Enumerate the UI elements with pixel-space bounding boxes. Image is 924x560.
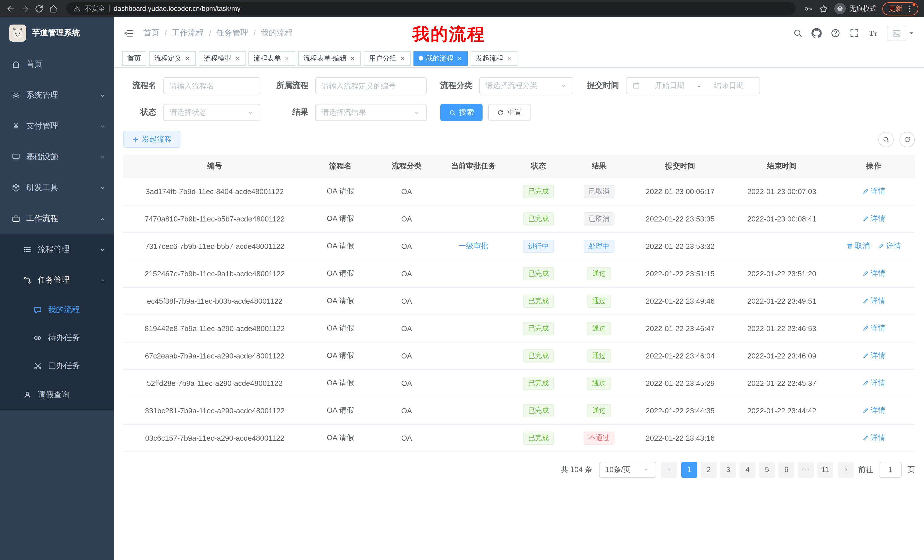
tab-process-model[interactable]: 流程模型 [199, 51, 246, 65]
breadcrumb-item[interactable]: 首页 [143, 28, 159, 38]
more-pages-button[interactable]: ··· [798, 461, 814, 478]
close-icon[interactable] [350, 55, 356, 61]
sidebar-item-done-tasks[interactable]: 已办任务 [0, 352, 114, 380]
sidebar-item-workflow[interactable]: 工作流程 [0, 203, 114, 234]
hamburger-icon[interactable] [123, 28, 134, 39]
submit-time: 2022-01-22 23:51:15 [629, 260, 731, 287]
detail-action[interactable]: 详情 [862, 405, 885, 416]
create-process-button[interactable]: 发起流程 [123, 131, 180, 148]
close-icon[interactable] [506, 55, 512, 61]
sidebar-item-todo-tasks[interactable]: 待办任务 [0, 324, 114, 352]
fullscreen-icon[interactable] [849, 28, 860, 38]
cancel-action[interactable]: 取消 [846, 241, 870, 251]
browser-update-button[interactable]: 更新 [882, 2, 918, 15]
security-warning-icon[interactable] [73, 5, 81, 12]
page-button-4[interactable]: 4 [740, 461, 756, 478]
breadcrumb-item[interactable]: 任务管理 [216, 28, 248, 38]
detail-action[interactable]: 详情 [862, 186, 885, 196]
sidebar-item-process-management[interactable]: 流程管理 [0, 234, 114, 265]
result-cell: 通过 [569, 397, 629, 424]
close-icon[interactable] [456, 55, 463, 61]
close-icon[interactable] [399, 55, 405, 61]
result-select[interactable]: 请选择流结果 [315, 104, 427, 121]
next-page-button[interactable] [838, 461, 854, 478]
sidebar-item-leave-query[interactable]: 请假查询 [0, 380, 114, 410]
browser-reload-button[interactable] [34, 4, 44, 13]
sidebar-item-label: 首页 [26, 59, 42, 70]
status-tag: 已完成 [523, 376, 554, 389]
browser-back-button[interactable] [6, 4, 15, 13]
app-logo[interactable]: 芋道管理系统 [0, 17, 114, 49]
password-manager-icon[interactable] [804, 4, 813, 13]
status-select[interactable]: 请选择状态 [164, 104, 260, 121]
github-icon[interactable] [812, 28, 822, 38]
detail-action[interactable]: 详情 [862, 296, 885, 306]
status-tag: 已完成 [523, 431, 554, 445]
status-tag: 已完成 [523, 294, 554, 307]
close-icon[interactable] [284, 55, 290, 61]
refresh-table-button[interactable] [900, 132, 915, 147]
tab-process-form-edit[interactable]: 流程表单-编辑 [298, 51, 361, 65]
detail-action[interactable]: 详情 [862, 268, 885, 279]
incognito-profile-chip[interactable]: 无痕模式 [834, 3, 877, 14]
browser-forward-button[interactable] [20, 4, 30, 13]
toggle-search-button[interactable] [878, 132, 894, 147]
sidebar-item-infrastructure[interactable]: 基础设施 [0, 142, 114, 172]
table-row: 7317cec6-7b9b-11ec-b5b7-acde48001122OA 请… [123, 232, 915, 260]
page-button-11[interactable]: 11 [817, 461, 833, 478]
breadcrumb-item[interactable]: 工作流程 [172, 28, 204, 38]
current-task-cell [439, 260, 508, 287]
tab-my-process[interactable]: 我的流程 [414, 51, 468, 65]
table-header: 编号流程名流程分类当前审批任务状态结果提交时间结束时间操作 [123, 155, 915, 178]
tab-process-definition[interactable]: 流程定义 [149, 51, 196, 65]
security-label: 不安全 [84, 4, 105, 13]
actions-cell: 详情 [832, 178, 915, 205]
process-definition-input[interactable] [315, 77, 427, 94]
address-bar[interactable]: 不安全 dashboard.yudao.iocoder.cn/bpm/task/… [66, 2, 795, 15]
process-id: 2152467e-7b9b-11ec-9a1b-acde48001122 [123, 260, 306, 287]
bookmark-star-icon[interactable] [819, 4, 829, 13]
table-row: 2152467e-7b9b-11ec-9a1b-acde48001122OA 请… [123, 260, 915, 287]
submit-time-range[interactable]: 开始日期 - 结束日期 [626, 77, 760, 94]
help-icon[interactable] [830, 28, 841, 38]
tab-process-form[interactable]: 流程表单 [248, 51, 295, 65]
url-text[interactable]: dashboard.yudao.iocoder.cn/bpm/task/my [114, 4, 240, 13]
close-icon[interactable] [234, 55, 240, 61]
detail-action[interactable]: 详情 [862, 350, 885, 361]
sidebar-item-system[interactable]: 系统管理 [0, 80, 114, 111]
status-tag: 通过 [587, 294, 611, 307]
detail-action[interactable]: 详情 [862, 214, 885, 224]
tab-start-process[interactable]: 发起流程 [471, 51, 518, 65]
page-button-5[interactable]: 5 [759, 461, 775, 478]
process-name-input[interactable] [164, 77, 260, 94]
close-icon[interactable] [184, 55, 191, 61]
goto-page-input[interactable] [879, 461, 902, 478]
search-button[interactable]: 搜索 [440, 104, 483, 121]
browser-menu-icon[interactable] [905, 4, 914, 13]
header-search-icon[interactable] [793, 28, 803, 38]
sidebar-item-home[interactable]: 首页 [0, 49, 114, 80]
sidebar-item-my-process[interactable]: 我的流程 [0, 296, 114, 324]
sidebar-item-devtools[interactable]: 研发工具 [0, 172, 114, 203]
prev-page-button[interactable] [661, 461, 677, 478]
tab-user-group[interactable]: 用户分组 [364, 51, 411, 65]
reset-button[interactable]: 重置 [488, 104, 531, 121]
detail-action[interactable]: 详情 [878, 241, 901, 251]
font-size-icon[interactable]: TT [868, 28, 878, 38]
page-button-2[interactable]: 2 [701, 461, 717, 478]
detail-action[interactable]: 详情 [862, 378, 885, 388]
browser-home-button[interactable] [48, 4, 58, 13]
detail-action[interactable]: 详情 [862, 433, 885, 443]
page-button-1[interactable]: 1 [681, 461, 697, 478]
sidebar-item-payment[interactable]: 支付管理 [0, 111, 114, 142]
tab-home[interactable]: 首页 [122, 51, 146, 65]
page-size-select[interactable]: 10条/页 [599, 461, 656, 478]
user-menu[interactable] [887, 25, 915, 41]
sidebar-item-task-management[interactable]: 任务管理 [0, 265, 114, 296]
page-button-3[interactable]: 3 [720, 461, 736, 478]
current-task-link[interactable]: 一级审批 [459, 241, 488, 250]
update-label: 更新 [889, 4, 902, 13]
page-button-6[interactable]: 6 [778, 461, 794, 478]
detail-action[interactable]: 详情 [862, 323, 885, 333]
category-select[interactable]: 请选择流程分类 [479, 77, 573, 94]
